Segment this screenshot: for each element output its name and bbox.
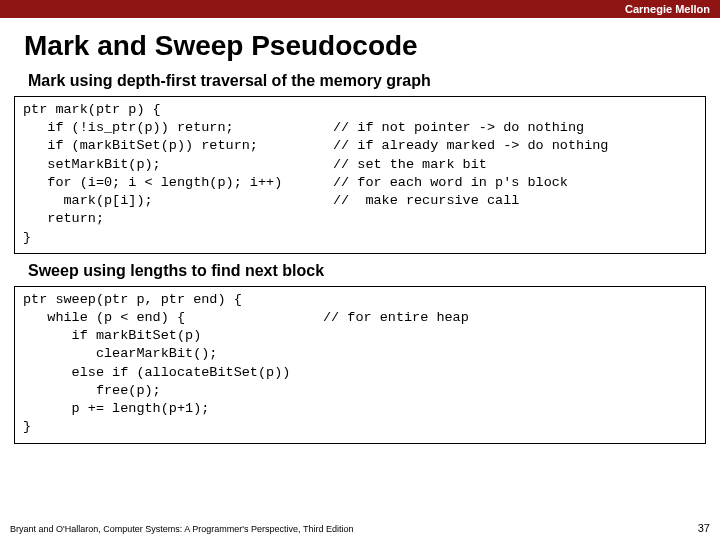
mark-codebox: ptr mark(ptr p) { if (!is_ptr(p)) return… [14,96,706,254]
code-row: for (i=0; i < length(p); i++)// for each… [23,174,697,192]
code-row: else if (allocateBitSet(p)) [23,364,697,382]
comment: // set the mark bit [333,156,487,174]
code-row: ptr mark(ptr p) { [23,101,697,119]
slide-title: Mark and Sweep Pseudocode [0,18,720,72]
code: p += length(p+1); [23,400,323,418]
comment: // if not pointer -> do nothing [333,119,584,137]
code-row: setMarkBit(p);// set the mark bit [23,156,697,174]
code-row: clearMarkBit(); [23,345,697,363]
code-row: free(p); [23,382,697,400]
code-row: if markBitSet(p) [23,327,697,345]
code: for (i=0; i < length(p); i++) [23,174,333,192]
comment: // for entire heap [323,309,469,327]
slide: Carnegie Mellon Mark and Sweep Pseudocod… [0,0,720,540]
code: if (markBitSet(p)) return; [23,137,333,155]
code-row: p += length(p+1); [23,400,697,418]
code: free(p); [23,382,323,400]
code-row: mark(p[i]);// make recursive call [23,192,697,210]
footer: Bryant and O'Hallaron, Computer Systems:… [10,522,710,534]
code-row: ptr sweep(ptr p, ptr end) { [23,291,697,309]
code-row: return; [23,210,697,228]
code: ptr sweep(ptr p, ptr end) { [23,291,323,309]
code-row: if (!is_ptr(p)) return;// if not pointer… [23,119,697,137]
sweep-heading: Sweep using lengths to find next block [0,262,720,284]
code-row: } [23,418,697,436]
code-row: while (p < end) {// for entire heap [23,309,697,327]
top-bar: Carnegie Mellon [0,0,720,18]
code: else if (allocateBitSet(p)) [23,364,323,382]
code: if markBitSet(p) [23,327,323,345]
code: if (!is_ptr(p)) return; [23,119,333,137]
comment: // for each word in p's block [333,174,568,192]
code: clearMarkBit(); [23,345,323,363]
code: while (p < end) { [23,309,323,327]
code: setMarkBit(p); [23,156,333,174]
mark-heading: Mark using depth-first traversal of the … [0,72,720,94]
code: mark(p[i]); [23,192,333,210]
org-label: Carnegie Mellon [625,3,710,15]
comment: // make recursive call [333,192,519,210]
page-number: 37 [698,522,710,534]
code: return; [23,210,333,228]
code-row: if (markBitSet(p)) return;// if already … [23,137,697,155]
code: } [23,229,333,247]
code: ptr mark(ptr p) { [23,101,333,119]
code-row: } [23,229,697,247]
comment: // if already marked -> do nothing [333,137,608,155]
footer-citation: Bryant and O'Hallaron, Computer Systems:… [10,524,353,534]
sweep-codebox: ptr sweep(ptr p, ptr end) { while (p < e… [14,286,706,444]
code: } [23,418,323,436]
